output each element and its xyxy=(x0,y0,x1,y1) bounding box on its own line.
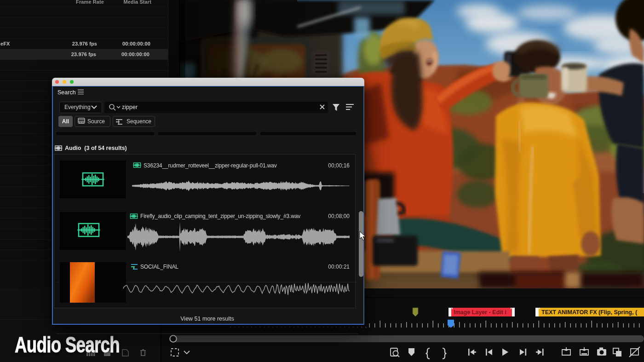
svg-text:Image Layer - Edit i: Image Layer - Edit i xyxy=(454,309,506,316)
svg-text:TEXT ANIMATOR FX (Flip, Spring: TEXT ANIMATOR FX (Flip, Spring, ( xyxy=(541,309,638,316)
